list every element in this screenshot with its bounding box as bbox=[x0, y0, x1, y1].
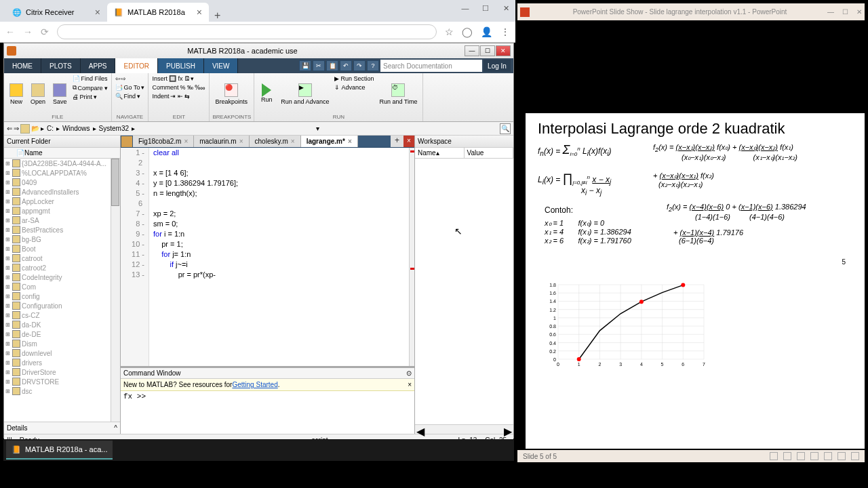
run-advance-button[interactable]: ▶Run and Advance bbox=[278, 75, 332, 114]
browser-tab-citrix[interactable]: 🌐 Citrix Receiver × bbox=[5, 3, 107, 22]
editor-tab-active[interactable]: lagrange.m*× bbox=[301, 136, 358, 147]
back-icon[interactable]: ← bbox=[5, 26, 15, 37]
code-editor[interactable]: 1-2 3-4-5-6 7-8-9-10-11-12-13- clear all… bbox=[121, 148, 414, 366]
new-tab-button[interactable]: + bbox=[209, 9, 226, 22]
file-item[interactable]: ⊞DRVSTORE bbox=[4, 377, 120, 386]
find-files-button[interactable]: 📄Find Files bbox=[72, 75, 108, 83]
file-item[interactable]: ⊞%LOCALAPPDATA% bbox=[4, 168, 120, 178]
file-item[interactable]: ⊞{3DA228BE-34DA-4944-A... bbox=[4, 159, 120, 168]
close-icon[interactable]: × bbox=[408, 381, 412, 388]
file-item[interactable]: ⊞Dism bbox=[4, 339, 120, 348]
file-item[interactable]: ⊞da-DK bbox=[4, 320, 120, 329]
view-icon[interactable] bbox=[783, 452, 791, 460]
column-header[interactable]: Name▴ bbox=[415, 148, 465, 158]
indent-button[interactable]: Indent ⇥ ⇤ ⇆ bbox=[151, 92, 206, 100]
file-item[interactable]: ⊞AdvancedInstallers bbox=[4, 187, 120, 197]
goto-button[interactable]: ⇦⇨ bbox=[115, 75, 146, 83]
tab-apps[interactable]: APPS bbox=[81, 58, 116, 73]
maximize-icon[interactable]: ☐ bbox=[842, 8, 848, 16]
help-icon[interactable]: ? bbox=[367, 60, 379, 71]
run-section-button[interactable]: ▶Run Section bbox=[334, 75, 374, 83]
new-file-button[interactable]: + bbox=[391, 136, 403, 147]
gear-icon[interactable]: ⊙ bbox=[406, 369, 412, 377]
tab-home[interactable]: HOME bbox=[4, 58, 41, 73]
profile-icon[interactable]: 👤 bbox=[481, 26, 492, 37]
close-icon[interactable]: × bbox=[197, 7, 202, 18]
file-item[interactable]: ⊞0409 bbox=[4, 178, 120, 187]
print-button[interactable]: 🖨Print▾ bbox=[72, 93, 108, 101]
run-button[interactable]: Run bbox=[257, 75, 276, 114]
path-segment[interactable]: Windows bbox=[61, 125, 92, 132]
close-icon[interactable]: × bbox=[348, 138, 352, 145]
view-icon[interactable] bbox=[824, 452, 832, 460]
maximize-icon[interactable]: ☐ bbox=[481, 4, 490, 13]
star-icon[interactable]: ☆ bbox=[445, 26, 454, 37]
file-item[interactable]: ⊞downlevel bbox=[4, 348, 120, 358]
path-segment[interactable]: C: bbox=[45, 125, 55, 132]
login-button[interactable]: Log In bbox=[484, 60, 511, 72]
up-icon[interactable]: 📂 bbox=[31, 125, 39, 132]
file-item[interactable]: ⊞BestPractices bbox=[4, 225, 120, 235]
forward-icon[interactable]: → bbox=[23, 26, 33, 37]
file-item[interactable]: ⊞Com bbox=[4, 282, 120, 291]
column-header[interactable]: 📄 Name bbox=[4, 148, 120, 159]
file-item[interactable]: ⊞Boot bbox=[4, 244, 120, 253]
open-button[interactable]: Open bbox=[28, 75, 48, 114]
address-bar[interactable] bbox=[57, 24, 437, 39]
close-icon[interactable]: × bbox=[95, 7, 100, 18]
toolstrip-icon[interactable]: 📋 bbox=[326, 60, 338, 71]
toolstrip-icon[interactable]: ✂ bbox=[313, 60, 325, 71]
close-panel-icon[interactable]: × bbox=[403, 136, 414, 147]
maximize-button[interactable]: ☐ bbox=[480, 45, 495, 56]
path-segment[interactable]: System32 bbox=[98, 125, 130, 132]
browser-tab-matlab[interactable]: 📙 MATLAB R2018a × bbox=[107, 3, 209, 22]
view-icon[interactable] bbox=[810, 452, 818, 460]
goto-button[interactable]: 📑Go To▾ bbox=[115, 83, 146, 92]
minimize-icon[interactable]: — bbox=[461, 4, 469, 13]
view-icon[interactable] bbox=[837, 452, 846, 460]
file-item[interactable]: ⊞appmgmt bbox=[4, 206, 120, 216]
scrollbar[interactable] bbox=[111, 159, 120, 422]
editor-tab[interactable]: cholesky.m× bbox=[250, 136, 301, 147]
view-icon[interactable] bbox=[851, 452, 859, 460]
file-item[interactable]: ⊞CodeIntegrity bbox=[4, 272, 120, 282]
file-item[interactable]: ⊞de-DE bbox=[4, 329, 120, 339]
reload-icon[interactable]: ⟳ bbox=[41, 26, 49, 37]
minimize-button[interactable]: — bbox=[465, 45, 479, 56]
close-icon[interactable]: × bbox=[239, 138, 243, 145]
file-item[interactable]: ⊞cs-CZ bbox=[4, 310, 120, 320]
back-icon[interactable]: ⇐ bbox=[7, 125, 12, 132]
undo-icon[interactable]: ↶ bbox=[340, 60, 352, 71]
file-list[interactable]: ⊞{3DA228BE-34DA-4944-A...⊞%LOCALAPPDATA%… bbox=[4, 159, 120, 422]
tab-publish[interactable]: PUBLISH bbox=[158, 58, 204, 73]
file-item[interactable]: ⊞ar-SA bbox=[4, 216, 120, 225]
circle-icon[interactable]: ◯ bbox=[462, 26, 473, 37]
editor-tab[interactable]: maclaurin.m× bbox=[194, 136, 249, 147]
folder-icon[interactable] bbox=[20, 124, 30, 134]
view-icon[interactable] bbox=[797, 452, 805, 460]
taskbar-item[interactable]: 📙 MATLAB R2018a - aca... bbox=[6, 441, 113, 460]
tab-editor[interactable]: EDITOR bbox=[115, 58, 158, 73]
save-button[interactable]: Save bbox=[50, 75, 70, 114]
new-button[interactable]: New bbox=[7, 75, 26, 114]
file-item[interactable]: ⊞config bbox=[4, 291, 120, 301]
file-item[interactable]: ⊞catroot bbox=[4, 253, 120, 263]
details-label[interactable]: Details bbox=[7, 424, 28, 432]
view-icon[interactable] bbox=[770, 452, 778, 460]
close-icon[interactable]: × bbox=[184, 138, 188, 145]
redo-icon[interactable]: ↷ bbox=[353, 60, 366, 71]
editor-tab[interactable]: Fig18coba2.m× bbox=[133, 136, 194, 147]
file-item[interactable]: ⊞AppLocker bbox=[4, 197, 120, 206]
file-item[interactable]: ⊞dsc bbox=[4, 386, 120, 396]
minimize-icon[interactable]: — bbox=[827, 8, 834, 16]
getting-started-link[interactable]: Getting Started bbox=[232, 381, 277, 388]
toolstrip-icon[interactable]: 💾 bbox=[299, 60, 311, 71]
file-item[interactable]: ⊞drivers bbox=[4, 358, 120, 367]
run-time-button[interactable]: ⏱Run and Time bbox=[376, 75, 420, 114]
compare-button[interactable]: ⧉Compare▾ bbox=[72, 83, 108, 92]
forward-icon[interactable]: ⇒ bbox=[14, 125, 19, 132]
close-button[interactable]: ✕ bbox=[496, 45, 511, 56]
file-item[interactable]: ⊞catroot2 bbox=[4, 263, 120, 272]
search-icon[interactable]: 🔍 bbox=[500, 123, 511, 134]
insert-button[interactable]: Insert 🔲 fx 🖻▾ bbox=[151, 75, 206, 83]
